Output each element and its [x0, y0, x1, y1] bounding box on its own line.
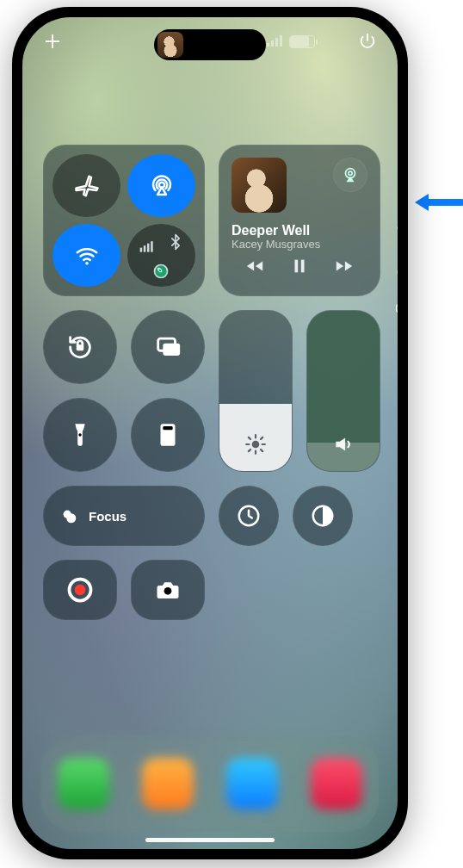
track-artist: Kacey Musgraves — [232, 239, 367, 251]
previous-track-button[interactable] — [245, 257, 264, 279]
calculator-button[interactable] — [131, 398, 205, 472]
flashlight-toggle[interactable] — [43, 398, 117, 472]
svg-rect-21 — [163, 426, 172, 430]
volume-slider[interactable] — [306, 310, 380, 472]
svg-point-24 — [170, 434, 173, 437]
svg-point-30 — [66, 513, 76, 523]
svg-point-27 — [170, 438, 173, 441]
svg-point-34 — [75, 585, 86, 596]
now-playing-module[interactable]: Deeper Well Kacey Musgraves — [219, 145, 380, 296]
airdrop-toggle[interactable] — [127, 154, 195, 217]
screen-mirroring-button[interactable] — [131, 310, 205, 384]
volume-icon — [332, 433, 355, 459]
screen-record-button[interactable] — [43, 560, 117, 620]
bluetooth-icon — [158, 226, 194, 258]
svg-point-6 — [85, 262, 89, 265]
more-connectivity-toggle[interactable] — [127, 224, 195, 287]
page-indicator[interactable] — [396, 222, 398, 315]
svg-rect-9 — [147, 244, 150, 252]
camera-button[interactable] — [131, 560, 205, 620]
wifi-toggle[interactable] — [52, 224, 120, 287]
page-dot-music — [396, 262, 398, 276]
svg-point-25 — [163, 438, 165, 441]
add-controls-button[interactable] — [40, 29, 65, 53]
airplay-audio-button[interactable] — [333, 158, 367, 192]
page-dot-favorites — [396, 222, 398, 236]
airplane-mode-toggle[interactable] — [52, 154, 120, 217]
callout-arrow — [411, 191, 463, 214]
brightness-icon — [244, 433, 267, 459]
device-frame: Deeper Well Kacey Musgraves — [12, 7, 408, 859]
dock-blurred — [41, 735, 379, 832]
svg-point-19 — [78, 433, 81, 436]
svg-point-22 — [163, 434, 165, 437]
svg-rect-14 — [295, 260, 299, 273]
page-dot-connectivity — [396, 301, 398, 315]
screen: Deeper Well Kacey Musgraves — [22, 17, 398, 849]
timer-button[interactable] — [219, 486, 279, 546]
svg-point-28 — [252, 441, 260, 449]
svg-point-35 — [164, 587, 172, 595]
play-pause-button[interactable] — [290, 257, 309, 279]
focus-label: Focus — [89, 509, 127, 524]
svg-point-11 — [155, 265, 168, 278]
svg-rect-10 — [151, 241, 153, 252]
track-title: Deeper Well — [232, 223, 367, 239]
orientation-lock-toggle[interactable] — [43, 310, 117, 384]
svg-rect-8 — [144, 245, 146, 252]
svg-point-23 — [167, 434, 170, 437]
brightness-slider[interactable] — [219, 310, 293, 472]
svg-point-13 — [349, 171, 352, 175]
svg-rect-15 — [301, 260, 305, 273]
focus-button[interactable]: Focus — [43, 486, 205, 546]
connectivity-module[interactable] — [43, 145, 205, 296]
hotspot-icon — [144, 256, 179, 288]
album-art — [232, 158, 287, 213]
dark-mode-toggle[interactable] — [293, 486, 353, 546]
power-button[interactable] — [355, 29, 380, 53]
svg-rect-7 — [140, 248, 143, 252]
home-indicator[interactable] — [145, 838, 275, 842]
svg-rect-18 — [163, 344, 180, 356]
next-track-button[interactable] — [335, 257, 354, 279]
svg-point-26 — [167, 438, 170, 441]
